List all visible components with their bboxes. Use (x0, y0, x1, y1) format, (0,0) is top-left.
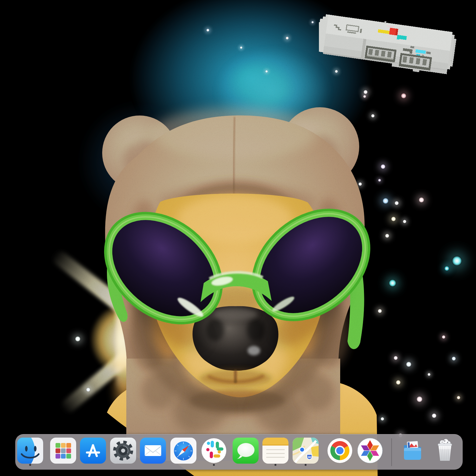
running-indicator (213, 464, 215, 466)
dock-icon-trash[interactable] (432, 438, 458, 464)
running-indicator (274, 464, 276, 466)
slack-icon (201, 438, 227, 464)
dock-separator (391, 438, 392, 466)
dock-icon-chrome[interactable] (327, 438, 353, 464)
folder-icon (400, 438, 426, 464)
dock-icon-system-settings[interactable] (110, 438, 136, 464)
dock-icon-slack[interactable] (201, 438, 227, 464)
dock-icon-app-store[interactable] (80, 438, 106, 464)
dock-icon-finder[interactable] (17, 438, 43, 464)
finder-icon (17, 438, 43, 464)
app-store-icon (80, 438, 106, 464)
mail-envelope-icon (140, 438, 166, 464)
maps-icon: 280 (293, 438, 319, 464)
launchpad-icon (50, 438, 76, 464)
dock-icon-mail[interactable] (140, 438, 166, 464)
dock-icon-maps[interactable]: 280 (293, 438, 319, 464)
trash-full-icon (432, 438, 458, 464)
document-in-folder (407, 441, 418, 449)
dock-icon-safari[interactable] (170, 438, 196, 464)
running-indicator (305, 464, 307, 466)
safari-compass-icon (170, 438, 196, 464)
dog-wallpaper-art (0, 0, 476, 476)
speech-bubble-icon (233, 438, 259, 464)
dock-icon-downloads-folder[interactable] (400, 438, 426, 464)
running-indicator (29, 464, 31, 466)
highway-shield: 280 (307, 454, 312, 460)
diamond-pinwheel-icon (357, 438, 383, 464)
dock-icon-messages[interactable] (233, 438, 259, 464)
dock-icon-diamond-pinwheel-app[interactable] (357, 438, 383, 464)
dock: 280 (15, 434, 463, 470)
notes-icon (262, 438, 288, 464)
desktop: 280 (0, 0, 476, 476)
dock-icon-launchpad[interactable] (50, 438, 76, 464)
gear-icon (110, 438, 136, 464)
chrome-icon (327, 438, 353, 464)
svg-text:280: 280 (307, 456, 311, 458)
dock-icon-notes[interactable] (262, 438, 288, 464)
